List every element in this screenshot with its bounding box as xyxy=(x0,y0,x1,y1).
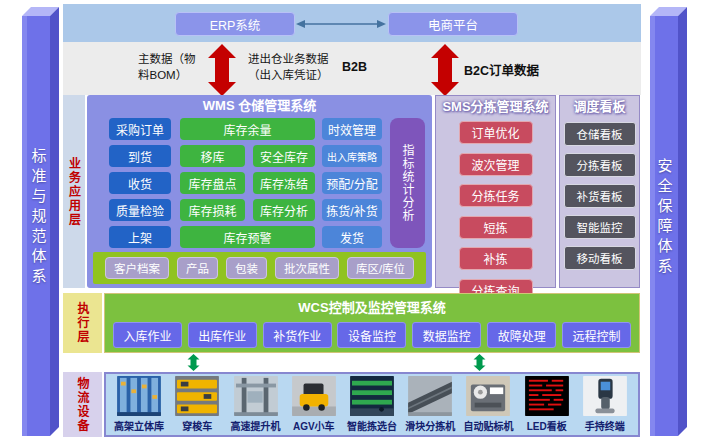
equipment-caption: 高架立体库 xyxy=(114,418,164,433)
red-double-arrow-icon xyxy=(430,44,460,96)
slide-sorter-photo xyxy=(407,376,453,416)
dashboard-list: 仓储看板 分拣看板 补货看板 智能监控 移动看板 xyxy=(560,118,639,270)
wms-button-stock-freeze[interactable]: 库存冻结 xyxy=(253,172,315,194)
wcs-button-data-monitor[interactable]: 数据监控 xyxy=(412,322,481,348)
left-pillar: 标准与规范体系 xyxy=(24,6,52,430)
wms-base-customer-files[interactable]: 客户档案 xyxy=(105,257,169,279)
sms-button-short-pick[interactable]: 短拣 xyxy=(459,216,533,239)
layer-label-equipment-text: 物流设备 xyxy=(74,377,91,433)
dashboard-title: 调度看板 xyxy=(560,96,639,118)
layer-label-execution: 执行层 xyxy=(63,293,102,353)
sms-button-sorting-task[interactable]: 分拣任务 xyxy=(459,184,533,207)
wms-button-stocktake[interactable]: 库存盘点 xyxy=(180,172,245,194)
sms-list: 订单优化 波次管理 分拣任务 短拣 补拣 分拣查询 xyxy=(436,118,555,302)
layer-label-business: 业务应用层 xyxy=(63,95,85,288)
wcs-button-device-monitor[interactable]: 设备监控 xyxy=(337,322,406,348)
b2c-label: B2C订单数据 xyxy=(464,60,539,79)
right-pillar-label: 安全保障体系 xyxy=(654,158,675,278)
wms-panel: WMS 仓储管理系统 采购订单 到货 收货 质量检验 上架 库存余量 移库 安全… xyxy=(87,95,432,288)
wms-base-batch-attribute[interactable]: 批次属性 xyxy=(275,257,339,279)
sms-button-wave-management[interactable]: 波次管理 xyxy=(459,153,533,176)
green-double-arrow-icon xyxy=(472,354,487,371)
wcs-button-replenishment[interactable]: 补货作业 xyxy=(263,322,332,348)
dashboard-button-replenish-board[interactable]: 补货看板 xyxy=(564,184,636,208)
double-arrow-horizontal-icon xyxy=(296,18,386,30)
wms-button-transfer[interactable]: 移库 xyxy=(180,145,245,167)
layer-label-business-text: 业务应用层 xyxy=(66,157,83,227)
wms-base-product[interactable]: 产品 xyxy=(177,257,218,279)
wms-button-aging-management[interactable]: 时效管理 xyxy=(322,118,382,140)
equipment-caption: 滑块分拣机 xyxy=(405,418,455,433)
equipment-tile: 手持终端 xyxy=(577,376,633,433)
wms-button-putaway[interactable]: 上架 xyxy=(109,226,171,248)
sms-title: SMS分拣管理系统 xyxy=(436,96,555,118)
sms-button-repick[interactable]: 补拣 xyxy=(459,247,533,270)
sms-button-order-optimization[interactable]: 订单优化 xyxy=(459,121,533,144)
wms-button-arrival[interactable]: 到货 xyxy=(109,145,171,167)
erp-system-box[interactable]: ERP系统 xyxy=(175,12,295,36)
equipment-tile: 穿梭车 xyxy=(169,376,225,433)
wms-button-kpi-analysis[interactable]: 指标统计分析 xyxy=(390,118,425,248)
equipment-tile: AGV小车 xyxy=(286,376,342,433)
master-data-label: 主数据（物料BOM） xyxy=(138,52,206,83)
wms-base-packaging[interactable]: 包装 xyxy=(226,257,267,279)
equipment-tile: 高架立体库 xyxy=(111,376,167,433)
dashboard-button-warehouse-board[interactable]: 仓储看板 xyxy=(564,122,636,146)
wms-base-zone-location[interactable]: 库区/库位 xyxy=(347,257,414,279)
wms-button-receiving[interactable]: 收货 xyxy=(109,172,171,194)
equipment-tile: LED看板 xyxy=(519,376,575,433)
high-speed-lifter-photo xyxy=(233,376,279,416)
wcs-title: WCS控制及监控管理系统 xyxy=(105,297,639,319)
wcs-button-inbound[interactable]: 入库作业 xyxy=(113,322,182,348)
wms-button-stock-loss[interactable]: 库存损耗 xyxy=(180,199,245,221)
wcs-button-fault-handling[interactable]: 故障处理 xyxy=(487,322,556,348)
architecture-diagram: 标准与规范体系 安全保障体系 ERP系统 电商平台 主数据（物料BOM） 进出仓… xyxy=(0,0,703,440)
dashboard-panel: 调度看板 仓储看板 分拣看板 补货看板 智能监控 移动看板 xyxy=(559,95,640,288)
wms-button-io-strategy[interactable]: 出入库策略 xyxy=(322,145,382,167)
led-board-photo xyxy=(524,376,570,416)
wms-button-stock-analysis[interactable]: 库存分析 xyxy=(253,199,315,221)
wms-button-preallocation[interactable]: 预配/分配 xyxy=(322,172,382,194)
right-pillar: 安全保障体系 xyxy=(650,6,678,430)
equipment-tile: 滑块分拣机 xyxy=(402,376,458,433)
wms-button-safety-stock[interactable]: 安全库存 xyxy=(253,145,315,167)
smart-picking-station-photo xyxy=(349,376,395,416)
wms-button-quality-check[interactable]: 质量检验 xyxy=(109,199,171,221)
equipment-caption: AGV小车 xyxy=(293,418,335,433)
equipment-tile: 自动贴标机 xyxy=(460,376,516,433)
wms-button-stock-warning[interactable]: 库存预警 xyxy=(180,226,315,248)
wms-button-shipping[interactable]: 发货 xyxy=(322,226,382,248)
dashboard-button-smart-monitor[interactable]: 智能监控 xyxy=(564,215,636,239)
shuttle-car-photo xyxy=(174,376,220,416)
wms-kpi-analysis-text: 指标统计分析 xyxy=(399,144,416,222)
dashboard-button-sorting-board[interactable]: 分拣看板 xyxy=(564,153,636,177)
wms-master-data-strip: 客户档案 产品 包装 批次属性 库区/库位 xyxy=(93,252,426,284)
equipment-panel: 高架立体库 穿梭车 高速提升机 xyxy=(104,372,640,437)
wcs-button-outbound[interactable]: 出库作业 xyxy=(188,322,257,348)
external-systems-band: ERP系统 电商平台 xyxy=(63,4,641,42)
equipment-caption: 智能拣选台 xyxy=(347,418,397,433)
io-data-label: 进出仓业务数据（出入库凭证） xyxy=(248,52,336,83)
left-pillar-label: 标准与规范体系 xyxy=(28,148,49,288)
equipment-tile: 高速提升机 xyxy=(227,376,283,433)
high-bay-warehouse-photo xyxy=(116,376,162,416)
equipment-caption: 自动贴标机 xyxy=(463,418,513,433)
equipment-caption: LED看板 xyxy=(527,418,567,433)
wms-button-picking-replenish[interactable]: 拣货/补货 xyxy=(322,199,382,221)
sms-panel: SMS分拣管理系统 订单优化 波次管理 分拣任务 短拣 补拣 分拣查询 xyxy=(435,95,556,288)
agv-cart-photo xyxy=(291,376,337,416)
wcs-panel: WCS控制及监控管理系统 入库作业 出库作业 补货作业 设备监控 数据监控 故障… xyxy=(104,293,640,353)
wms-title: WMS 仓储管理系统 xyxy=(87,95,432,117)
wms-button-purchase-order[interactable]: 采购订单 xyxy=(109,118,171,140)
wms-button-inventory-balance[interactable]: 库存余量 xyxy=(180,118,315,140)
red-double-arrow-icon xyxy=(207,44,237,96)
data-flow-band: 主数据（物料BOM） 进出仓业务数据（出入库凭证） B2B B2C订单数据 xyxy=(63,42,641,95)
auto-labeller-photo xyxy=(465,376,511,416)
green-double-arrow-icon xyxy=(186,354,201,371)
dashboard-button-mobile-board[interactable]: 移动看板 xyxy=(564,246,636,270)
wcs-button-remote-control[interactable]: 远程控制 xyxy=(562,322,631,348)
ecommerce-platform-box[interactable]: 电商平台 xyxy=(388,12,518,36)
layer-label-equipment: 物流设备 xyxy=(63,372,102,437)
equipment-caption: 手持终端 xyxy=(585,418,625,433)
layer-label-execution-text: 执行层 xyxy=(74,302,91,344)
